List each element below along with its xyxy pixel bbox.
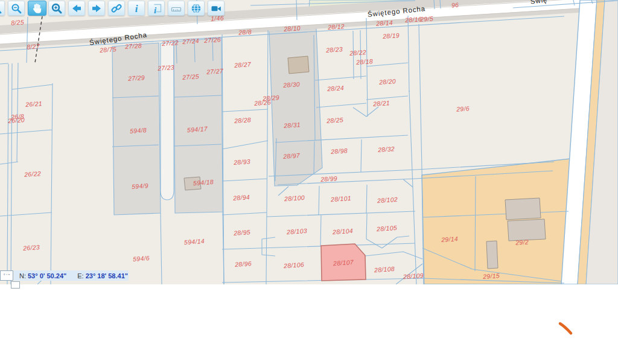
svg-text:i: i: [154, 5, 157, 14]
zoom-window-button[interactable]: [48, 1, 65, 16]
next-view-button[interactable]: [88, 1, 105, 16]
coordinate-readout: N: 53° 0' 50.24" E: 23° 18' 58.41": [14, 270, 129, 281]
east-label: E:: [77, 272, 83, 279]
driveway-strip: [161, 42, 174, 200]
arrow-left-icon: [71, 2, 83, 14]
previous-view-button[interactable]: [68, 1, 85, 16]
logo-mark: [555, 319, 579, 338]
zoom-in-icon: [0, 2, 2, 14]
ruler-icon: [170, 2, 182, 14]
map-toolbar: ii: [0, 0, 618, 18]
pan-button[interactable]: [28, 1, 46, 16]
building-29-2-b: [508, 219, 546, 241]
zoom-out-icon: [10, 2, 22, 14]
info-button[interactable]: i: [128, 1, 145, 16]
link-button[interactable]: [108, 1, 125, 16]
identify-icon: i: [150, 2, 162, 14]
svg-text:i: i: [135, 3, 138, 14]
map-geometry: [0, 0, 618, 284]
globe-icon: [190, 2, 202, 14]
north-value: 53° 0' 50.24": [28, 272, 66, 279]
building-28-30: [288, 56, 309, 74]
building-594-18: [184, 177, 201, 190]
logo-stroke: [560, 324, 571, 333]
zoom-out-button[interactable]: [8, 1, 25, 16]
east-value: 23° 18' 58.41": [86, 272, 128, 279]
dms-format-button[interactable]: ° ' ": [0, 270, 13, 281]
gray-parcel-column-a: [112, 43, 161, 215]
zoom-in-button[interactable]: [0, 1, 5, 16]
north-label: N:: [19, 272, 26, 279]
measure-button[interactable]: [168, 1, 185, 16]
map-viewer-page: 8/258/2728/7527/2827/2227/2427/2627/2327…: [0, 0, 618, 364]
camera-icon: [210, 2, 222, 14]
selected-parcel-28-107[interactable]: [321, 244, 366, 281]
building-29-2-c: [486, 241, 498, 269]
arrow-right-icon: [91, 2, 103, 14]
zoom-window-icon: [51, 2, 63, 14]
info-icon: i: [130, 2, 142, 14]
mini-button[interactable]: [11, 281, 20, 289]
camera-button[interactable]: [208, 1, 225, 16]
full-extent-button[interactable]: [188, 1, 205, 16]
map-canvas[interactable]: 8/258/2728/7527/2827/2227/2427/2627/2327…: [0, 0, 618, 284]
building-29-2-a: [505, 198, 541, 220]
hand-icon: [31, 2, 43, 14]
link-icon: [110, 2, 123, 14]
identify-button[interactable]: i: [148, 1, 165, 16]
